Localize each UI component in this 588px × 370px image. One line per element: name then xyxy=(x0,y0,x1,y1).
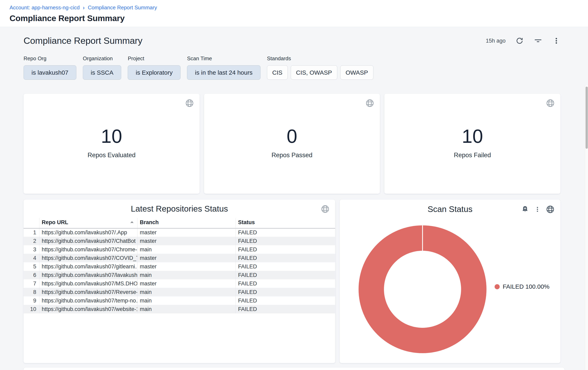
table-row[interactable]: 3 https://github.com/lavakush07/Chrome-…… xyxy=(23,245,335,254)
table-header-row: Repo URL Branch Status xyxy=(23,218,335,228)
table-title: Latest Repositories Status xyxy=(23,204,335,214)
filter-chip-organization[interactable]: is SSCA xyxy=(83,65,121,80)
filter-label: Repo Org xyxy=(23,55,76,62)
standards-chip-cis-owasp[interactable]: CIS, OWASP xyxy=(291,65,337,80)
stat-cards-row: 10 Repos Evaluated 0 Repos Passed 10 Rep… xyxy=(23,94,560,194)
column-header-repo-url[interactable]: Repo URL xyxy=(39,218,137,228)
status-cell: FAILED xyxy=(236,254,335,262)
standards-chip-cis[interactable]: CIS xyxy=(267,65,288,80)
table-row[interactable]: 4 https://github.com/lavakush07/COVID_T…… xyxy=(23,254,335,262)
breadcrumb-account-link[interactable]: Account: app-harness-ng-cicd xyxy=(10,4,80,11)
table-row[interactable]: 8 https://github.com/lavakush07/Reverse-… xyxy=(23,288,335,296)
table-row[interactable]: 10 https://github.com/lavakush07/website… xyxy=(23,305,335,313)
table-row[interactable]: 7 https://github.com/lavakush07/MS.DHO… … xyxy=(23,279,335,288)
tile-actions-menu-button[interactable] xyxy=(534,206,541,213)
dashboard-actions-menu-button[interactable] xyxy=(552,37,560,45)
scan-status-donut-chart[interactable] xyxy=(358,225,486,353)
table-row[interactable]: 6 https://github.com/lavakush07/lavakush… xyxy=(23,271,335,279)
filter-chip-project[interactable]: is Exploratory xyxy=(128,65,180,80)
filters-button[interactable] xyxy=(534,36,543,45)
last-refreshed-text: 15h ago xyxy=(486,38,505,44)
stat-card-repos-evaluated: 10 Repos Evaluated xyxy=(23,94,200,194)
branch-cell: master xyxy=(137,228,236,237)
bell-plus-icon xyxy=(521,205,529,213)
table-row[interactable]: 1 https://github.com/lavakush07/.App mas… xyxy=(23,228,335,237)
filter-chip-repo-org[interactable]: is lavakush07 xyxy=(23,65,76,80)
globe-icon[interactable] xyxy=(321,204,330,214)
row-number-column-header xyxy=(23,218,39,228)
filter-group-repo-org: Repo Org is lavakush07 xyxy=(23,55,76,80)
repo-url-cell: https://github.com/lavakush07/gitlearni… xyxy=(39,262,137,271)
status-cell: FAILED xyxy=(236,245,335,254)
filter-label: Project xyxy=(128,55,180,62)
repositories-table: Repo URL Branch Status xyxy=(23,218,335,313)
stat-value: 0 xyxy=(287,126,297,147)
filter-label: Organization xyxy=(83,55,121,62)
sort-ascending-icon[interactable] xyxy=(129,220,134,225)
globe-button[interactable] xyxy=(546,205,555,214)
table-row[interactable]: 9 https://github.com/lavakush07/temp-no…… xyxy=(23,296,335,305)
dashboard-main: Compliance Report Summary 15h ago xyxy=(0,36,588,370)
bottom-row: Latest Repositories Status Repo URL xyxy=(23,200,560,363)
filter-label: Standards xyxy=(267,55,373,62)
repo-url-cell: https://github.com/lavakush07/temp-no… xyxy=(39,296,137,305)
status-cell: FAILED xyxy=(236,305,335,313)
refresh-button[interactable] xyxy=(515,37,524,45)
branch-cell: master xyxy=(137,254,236,262)
branch-cell: main xyxy=(137,305,236,313)
alerts-button[interactable] xyxy=(521,205,529,213)
globe-icon[interactable] xyxy=(185,99,194,108)
filter-label: Scan Time xyxy=(187,55,261,62)
branch-cell: main xyxy=(137,245,236,254)
repo-url-cell: https://github.com/lavakush07/Chrome-… xyxy=(39,245,137,254)
row-number: 4 xyxy=(23,254,39,262)
branch-cell: master xyxy=(137,237,236,245)
repo-url-cell: https://github.com/lavakush07/ChatBot xyxy=(39,237,137,245)
filter-group-standards: Standards CIS CIS, OWASP OWASP xyxy=(267,55,373,80)
branch-cell: main xyxy=(137,271,236,279)
kebab-menu-icon xyxy=(552,37,560,45)
repo-url-cell: https://github.com/lavakush07/MS.DHO… xyxy=(39,279,137,288)
stat-value: 10 xyxy=(101,126,122,147)
stat-label: Repos Evaluated xyxy=(87,151,136,159)
scrollbar-track[interactable] xyxy=(585,85,588,370)
branch-cell: master xyxy=(137,262,236,271)
row-number: 6 xyxy=(23,271,39,279)
status-cell: FAILED xyxy=(236,262,335,271)
column-header-branch[interactable]: Branch xyxy=(137,218,236,228)
filter-group-project: Project is Exploratory xyxy=(128,55,180,80)
filter-chip-scan-time[interactable]: is in the last 24 hours xyxy=(187,65,261,80)
status-cell: FAILED xyxy=(236,288,335,296)
filter-icon xyxy=(534,36,543,45)
breadcrumb: Account: app-harness-ng-cicd › Complianc… xyxy=(10,4,588,11)
breadcrumb-current-link[interactable]: Compliance Report Summary xyxy=(88,4,157,11)
globe-icon[interactable] xyxy=(365,99,374,108)
globe-icon[interactable] xyxy=(546,99,555,108)
row-number: 2 xyxy=(23,237,39,245)
legend-failed-label: FAILED 100.00% xyxy=(503,283,549,290)
scrollbar-thumb[interactable] xyxy=(586,87,588,149)
app-header: Account: app-harness-ng-cicd › Complianc… xyxy=(0,0,588,27)
standards-chip-owasp[interactable]: OWASP xyxy=(340,65,373,80)
repo-url-cell: https://github.com/lavakush07/COVID_T… xyxy=(39,254,137,262)
row-number: 5 xyxy=(23,262,39,271)
row-number: 7 xyxy=(23,279,39,288)
table-row[interactable]: 2 https://github.com/lavakush07/ChatBot … xyxy=(23,237,335,245)
column-header-status[interactable]: Status xyxy=(236,218,335,228)
status-cell: FAILED xyxy=(236,228,335,237)
status-cell: FAILED xyxy=(236,279,335,288)
table-row[interactable]: 5 https://github.com/lavakush07/gitlearn… xyxy=(23,262,335,271)
status-cell: FAILED xyxy=(236,296,335,305)
filters-bar: Repo Org is lavakush07 Organization is S… xyxy=(23,55,560,80)
globe-icon xyxy=(546,205,555,214)
row-number: 10 xyxy=(23,305,39,313)
stat-card-repos-passed: 0 Repos Passed xyxy=(204,94,380,194)
status-cell: FAILED xyxy=(236,271,335,279)
branch-cell: main xyxy=(137,296,236,305)
branch-cell: main xyxy=(137,288,236,296)
stat-label: Repos Failed xyxy=(454,151,491,159)
repo-url-cell: https://github.com/lavakush07/website-1 xyxy=(39,305,137,313)
kebab-menu-icon xyxy=(534,206,541,213)
repo-url-cell: https://github.com/lavakush07/.App xyxy=(39,228,137,237)
chart-legend[interactable]: FAILED 100.00% xyxy=(495,283,549,290)
